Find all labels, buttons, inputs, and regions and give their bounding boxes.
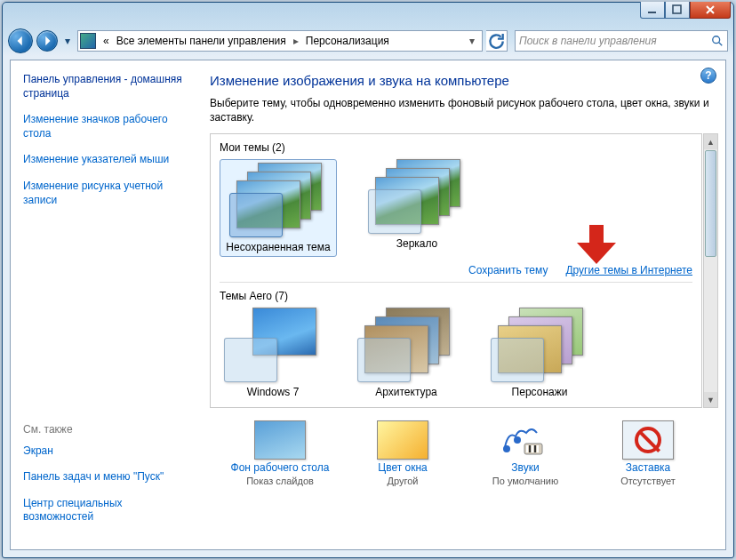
aero-themes-row: Windows 7 Архитектура Персонажи bbox=[220, 308, 692, 398]
color-icon bbox=[377, 420, 428, 460]
theme-action-links: Сохранить тему Другие темы в Интернете bbox=[220, 264, 692, 276]
scroll-down-icon[interactable]: ▼ bbox=[704, 392, 717, 407]
sidebar-link-desktop-icons[interactable]: Изменение значков рабочего стола bbox=[23, 113, 185, 140]
sidebar-home-link[interactable]: Панель управления - домашняя страница bbox=[23, 73, 185, 100]
scroll-thumb[interactable] bbox=[705, 150, 716, 257]
help-button[interactable]: ? bbox=[700, 68, 716, 84]
theme-label: Персонажи bbox=[512, 386, 568, 398]
client-area: Панель управления - домашняя страница Из… bbox=[10, 60, 726, 550]
theme-windows7[interactable]: Windows 7 bbox=[220, 308, 326, 398]
svg-rect-10 bbox=[537, 445, 539, 452]
search-icon bbox=[711, 35, 724, 47]
scroll-up-icon[interactable]: ▲ bbox=[704, 134, 717, 149]
tile-label: Фон рабочего стола bbox=[231, 461, 330, 474]
sidebar-link-account-picture[interactable]: Изменение рисунка учетной записи bbox=[23, 180, 185, 207]
breadcrumb-prefix[interactable]: « bbox=[100, 31, 113, 51]
svg-rect-8 bbox=[532, 445, 533, 452]
svg-rect-9 bbox=[534, 445, 536, 452]
navigation-bar: ▾ « Все элементы панели управления ▸ Пер… bbox=[3, 26, 733, 56]
refresh-button[interactable] bbox=[486, 30, 508, 52]
my-themes-row: Несохраненная тема Зеркало bbox=[220, 159, 692, 257]
titlebar bbox=[3, 3, 733, 26]
group-my-themes: Мои темы (2) bbox=[220, 141, 692, 154]
svg-point-3 bbox=[503, 445, 510, 452]
tile-screensaver[interactable]: Заставка Отсутствует bbox=[590, 420, 706, 486]
tile-label: Цвет окна bbox=[378, 461, 427, 474]
address-dropdown[interactable]: ▾ bbox=[464, 35, 480, 47]
theme-unsaved[interactable]: Несохраненная тема bbox=[220, 159, 337, 257]
sidebar-link-display[interactable]: Экран bbox=[23, 444, 185, 459]
sidebar-see-also-header: См. также bbox=[23, 423, 185, 436]
annotation-arrow-icon bbox=[572, 223, 621, 268]
window-frame: ▾ « Все элементы панели управления ▸ Пер… bbox=[2, 2, 734, 558]
main-content: ? Изменение изображения и звука на компь… bbox=[197, 60, 725, 549]
themes-scrollbar[interactable]: ▲ ▼ bbox=[703, 133, 718, 408]
back-button[interactable] bbox=[8, 28, 33, 53]
divider bbox=[220, 282, 692, 283]
tile-sub: Отсутствует bbox=[620, 476, 676, 486]
bottom-settings-row: Фон рабочего стола Показ слайдов Цвет ок… bbox=[210, 420, 718, 486]
sound-icon bbox=[500, 420, 551, 460]
svg-rect-0 bbox=[648, 12, 656, 13]
address-bar[interactable]: « Все элементы панели управления ▸ Персо… bbox=[77, 30, 483, 52]
sidebar-link-ease-of-access[interactable]: Центр специальных возможностей bbox=[23, 497, 185, 524]
wallpaper-icon bbox=[254, 420, 306, 460]
window-controls bbox=[640, 2, 731, 19]
group-aero-themes: Темы Aero (7) bbox=[220, 290, 692, 302]
sidebar-link-taskbar[interactable]: Панель задач и меню "Пуск" bbox=[23, 470, 185, 484]
search-input[interactable]: Поиск в панели управления bbox=[515, 30, 728, 52]
page-title: Изменение изображения и звука на компьют… bbox=[210, 73, 718, 88]
breadcrumb-personalization[interactable]: Персонализация bbox=[302, 31, 393, 51]
breadcrumb-all-items[interactable]: Все элементы панели управления bbox=[113, 31, 290, 51]
nav-history-dropdown[interactable]: ▾ bbox=[61, 32, 74, 50]
close-button[interactable] bbox=[690, 2, 731, 19]
minimize-button[interactable] bbox=[640, 2, 665, 19]
search-placeholder: Поиск в панели управления bbox=[519, 35, 711, 47]
tile-sub: По умолчанию bbox=[492, 476, 558, 486]
tile-label: Звуки bbox=[511, 461, 539, 474]
svg-rect-6 bbox=[526, 445, 528, 452]
maximize-button[interactable] bbox=[665, 2, 690, 19]
theme-mirror[interactable]: Зеркало bbox=[364, 159, 470, 257]
sidebar: Панель управления - домашняя страница Из… bbox=[11, 60, 197, 549]
svg-point-4 bbox=[514, 436, 521, 444]
breadcrumb-arrow-icon[interactable]: ▸ bbox=[290, 35, 302, 47]
tile-sounds[interactable]: Звуки По умолчанию bbox=[468, 420, 583, 486]
page-description: Выберите тему, чтобы одновременно измени… bbox=[210, 97, 718, 124]
theme-label: Зеркало bbox=[396, 237, 438, 250]
screensaver-none-icon bbox=[622, 420, 674, 460]
tile-desktop-background[interactable]: Фон рабочего стола Показ слайдов bbox=[222, 420, 338, 486]
svg-rect-1 bbox=[673, 5, 681, 13]
theme-label: Несохраненная тема bbox=[226, 241, 330, 253]
theme-label: Архитектура bbox=[375, 386, 437, 398]
tile-sub: Показ слайдов bbox=[246, 476, 314, 486]
theme-architecture[interactable]: Архитектура bbox=[353, 308, 460, 398]
link-save-theme[interactable]: Сохранить тему bbox=[468, 264, 548, 276]
tile-sub: Другой bbox=[388, 476, 419, 486]
themes-container: Мои темы (2) Несохраненная тема Зеркало bbox=[210, 133, 702, 408]
svg-rect-7 bbox=[529, 445, 531, 452]
sidebar-link-mouse-pointers[interactable]: Изменение указателей мыши bbox=[23, 153, 185, 167]
tile-window-color[interactable]: Цвет окна Другой bbox=[345, 420, 460, 486]
forward-button[interactable] bbox=[36, 30, 58, 52]
tile-label: Заставка bbox=[626, 461, 671, 474]
svg-point-2 bbox=[713, 36, 720, 44]
theme-characters[interactable]: Персонажи bbox=[486, 308, 593, 398]
theme-label: Windows 7 bbox=[247, 386, 300, 398]
location-icon bbox=[80, 33, 96, 49]
